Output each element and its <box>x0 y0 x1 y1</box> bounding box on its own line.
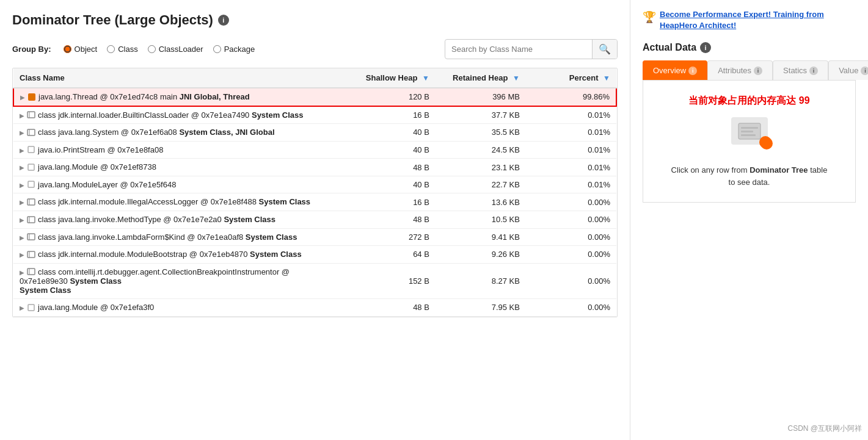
cell-classname: ▶class java.lang.invoke.LambdaForm$Kind … <box>13 228 345 246</box>
table-row[interactable]: ▶class jdk.internal.module.IllegalAccess… <box>13 193 616 211</box>
cell-shallow: 16 B <box>345 193 436 211</box>
cell-percent: 0.00% <box>526 246 616 264</box>
cell-percent: 0.01% <box>526 176 616 193</box>
table-row[interactable]: ▶java.lang.ModuleLayer @ 0x7e1e5f64840 B… <box>13 176 616 193</box>
row-expander[interactable]: ▶ <box>20 147 24 154</box>
cell-percent: 0.01% <box>526 106 616 124</box>
table-row[interactable]: ▶class java.lang.invoke.MethodType @ 0x7… <box>13 211 616 228</box>
cell-percent: 0.00% <box>526 263 616 299</box>
cell-retained: 9.41 KB <box>436 228 526 246</box>
promo-link[interactable]: Become Performance Expert! Training from… <box>660 9 856 31</box>
group-by-label: Group By: <box>12 45 51 54</box>
table-row[interactable]: ▶class java.lang.System @ 0x7e1ef6a08 Sy… <box>13 124 616 142</box>
title-info-icon[interactable]: i <box>218 15 229 26</box>
cell-retained: 10.5 KB <box>436 211 526 228</box>
cell-retained: 24.5 KB <box>436 141 526 159</box>
cell-retained: 9.26 KB <box>436 246 526 264</box>
row-expander[interactable]: ▶ <box>20 305 24 311</box>
svg-rect-18 <box>28 305 34 311</box>
cell-shallow: 120 B <box>345 88 436 106</box>
row-expander[interactable]: ▶ <box>20 182 24 189</box>
row-expander[interactable]: ▶ <box>20 217 24 223</box>
radio-object[interactable]: Object <box>64 45 98 54</box>
table-row[interactable]: ▶java.lang.Module @ 0x7e1efa3f048 B7.95 … <box>13 299 616 317</box>
class-icon <box>27 215 35 224</box>
row-expander[interactable]: ▶ <box>20 112 24 119</box>
class-name-text: java.lang.Module @ 0x7e1efa3f0 <box>38 303 154 312</box>
cell-retained: 8.27 KB <box>436 263 526 299</box>
search-button[interactable]: 🔍 <box>592 40 617 59</box>
tab-value-info: i <box>861 67 868 75</box>
cell-classname: ▶class jdk.internal.module.IllegalAccess… <box>13 193 345 211</box>
row-expander[interactable]: ▶ <box>20 129 24 136</box>
arrow-icon: ↗ <box>759 136 771 148</box>
tab-value[interactable]: Value i <box>828 60 868 80</box>
class-name-text: class java.lang.invoke.MethodType @ 0x7e… <box>38 215 275 224</box>
class-icon <box>27 250 35 259</box>
actual-data-header: Actual Data i <box>643 42 856 53</box>
svg-rect-7 <box>28 181 34 187</box>
dominator-table-container: Class Name Shallow Heap Retained Heap Pe… <box>12 68 618 317</box>
svg-rect-12 <box>27 234 35 240</box>
table-row[interactable]: ▶java.lang.Module @ 0x7e1ef873848 B23.1 … <box>13 159 616 176</box>
tab-overview-info: i <box>688 67 697 75</box>
class-icon <box>27 128 35 137</box>
svg-rect-21 <box>741 131 753 132</box>
extra-line: System Class <box>20 286 71 295</box>
cell-shallow: 16 B <box>345 106 436 124</box>
cell-percent: 0.01% <box>526 141 616 159</box>
col-header-percent[interactable]: Percent <box>526 68 616 88</box>
col-header-retained[interactable]: Retained Heap <box>436 68 526 88</box>
class-name-text: class com.intellij.rt.debugger.agent.Col… <box>20 267 290 286</box>
cell-percent: 0.01% <box>526 159 616 176</box>
cell-shallow: 48 B <box>345 299 436 317</box>
cell-classname: ▶class jdk.internal.loader.BuiltinClassL… <box>13 106 345 124</box>
svg-rect-14 <box>27 251 35 258</box>
cell-shallow: 40 B <box>345 176 436 193</box>
cell-retained: 396 MB <box>436 88 526 106</box>
tab-overview[interactable]: Overview i <box>643 60 707 80</box>
col-header-classname[interactable]: Class Name <box>13 68 345 88</box>
row-expander[interactable]: ▶ <box>20 251 24 258</box>
cell-shallow: 40 B <box>345 141 436 159</box>
svg-rect-0 <box>28 93 35 101</box>
toolbar: Group By: Object Class ClassLoader Packa… <box>12 39 618 59</box>
panel-desc: Click on any row from Dominator Tree tab… <box>670 164 829 188</box>
class-icon <box>27 145 35 154</box>
class-icon <box>27 110 35 119</box>
table-row[interactable]: ▶class java.lang.invoke.LambdaForm$Kind … <box>13 228 616 246</box>
table-row[interactable]: ▶class com.intellij.rt.debugger.agent.Co… <box>13 263 616 299</box>
search-input[interactable] <box>445 41 592 57</box>
class-name-text: java.lang.Thread @ 0x7e1ed74c8 main JNI … <box>38 92 250 101</box>
row-expander[interactable]: ▶ <box>20 164 24 171</box>
class-name-text: class java.lang.System @ 0x7e1ef6a08 Sys… <box>38 128 275 137</box>
table-row[interactable]: ▶java.lang.Thread @ 0x7e1ed74c8 main JNI… <box>13 88 616 106</box>
cell-retained: 7.95 KB <box>436 299 526 317</box>
table-row[interactable]: ▶class jdk.internal.module.ModuleBootstr… <box>13 246 616 264</box>
cell-classname: ▶java.lang.Module @ 0x7e1efa3f0 <box>13 299 345 317</box>
row-expander[interactable]: ▶ <box>20 94 25 101</box>
radio-classloader[interactable]: ClassLoader <box>148 45 203 54</box>
cell-classname: ▶class java.lang.invoke.MethodType @ 0x7… <box>13 211 345 228</box>
row-expander[interactable]: ▶ <box>20 234 24 241</box>
class-icon <box>27 267 35 276</box>
row-expander[interactable]: ▶ <box>20 199 24 206</box>
tabs: Overview i Attributes i Statics i Value … <box>643 60 856 81</box>
cell-percent: 0.00% <box>526 211 616 228</box>
table-row[interactable]: ▶java.io.PrintStream @ 0x7e1e8fa0840 B24… <box>13 141 616 159</box>
row-expander[interactable]: ▶ <box>20 269 24 276</box>
cell-shallow: 48 B <box>345 211 436 228</box>
cell-classname: ▶java.lang.Module @ 0x7e1ef8738 <box>13 159 345 176</box>
cell-shallow: 48 B <box>345 159 436 176</box>
radio-package[interactable]: Package <box>213 45 255 54</box>
watermark: CSDN @互联网小阿祥 <box>787 424 862 434</box>
actual-data-info-icon[interactable]: i <box>700 42 711 53</box>
group-by-section: Group By: Object Class ClassLoader Packa… <box>12 45 255 54</box>
col-header-shallow[interactable]: Shallow Heap <box>345 68 436 88</box>
radio-class[interactable]: Class <box>107 45 138 54</box>
table-row[interactable]: ▶class jdk.internal.loader.BuiltinClassL… <box>13 106 616 124</box>
tab-statics[interactable]: Statics i <box>773 60 828 80</box>
svg-rect-16 <box>27 269 35 275</box>
tab-attributes[interactable]: Attributes i <box>707 60 773 80</box>
svg-rect-3 <box>27 129 35 135</box>
